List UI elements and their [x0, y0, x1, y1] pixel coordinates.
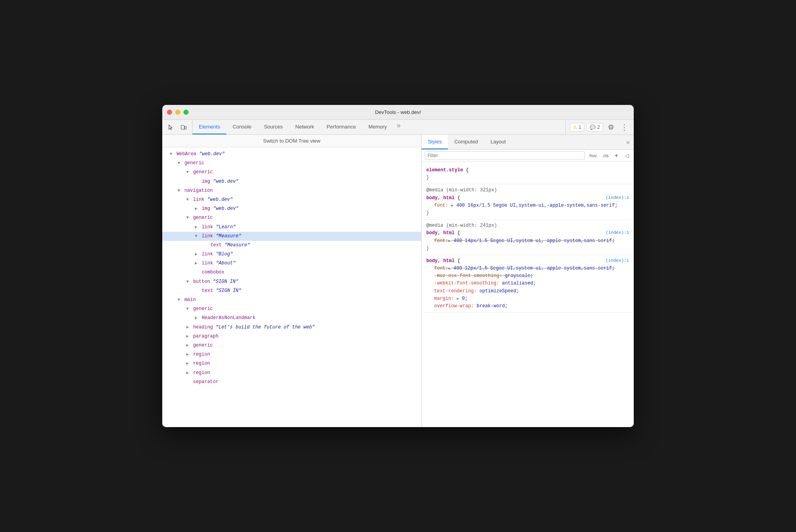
collapse-icon[interactable]: ◁ [623, 152, 631, 160]
tab-layout[interactable]: Layout [484, 135, 512, 149]
css-property-font-body: font:▶ 400 12px/1.5 Segoe UI,system-ui,-… [426, 265, 629, 272]
cls-button[interactable]: .cls [601, 152, 611, 159]
css-rule-body-html: body, html { (index):1 font:▶ 400 12px/1… [422, 255, 634, 313]
expand-arrow[interactable]: ▶ [193, 288, 199, 295]
expand-arrow[interactable]: ▶ [185, 324, 190, 331]
tab-performance[interactable]: Performance [320, 120, 362, 134]
more-tabs-icon[interactable]: » [622, 135, 634, 149]
kebab-menu-icon[interactable]: ⋮ [619, 122, 630, 133]
expand-arrow[interactable]: ▼ [168, 151, 174, 158]
expand-arrow[interactable]: ▶ [185, 342, 190, 349]
tree-row-webarea[interactable]: ▼ WebArea "web.dev" [162, 150, 421, 159]
expand-arrow[interactable]: ▼ [176, 160, 182, 167]
expand-arrow[interactable]: ▶ [193, 205, 199, 213]
tab-elements[interactable]: Elements [193, 120, 226, 134]
styles-filter-input[interactable] [425, 151, 585, 160]
expand-arrow[interactable]: ▶ [193, 178, 199, 185]
expand-arrow[interactable]: ▼ [176, 297, 182, 304]
tree-row-combobox[interactable]: ▶ combobox [162, 268, 421, 277]
tree-row-text-measure[interactable]: ▶ text "Measure" [162, 241, 421, 250]
svg-rect-0 [181, 125, 184, 129]
css-source-241[interactable]: (index):1 [606, 229, 629, 237]
tree-row-generic-1[interactable]: ▼ generic [162, 159, 421, 168]
tab-console[interactable]: Console [226, 120, 258, 134]
expand-arrow[interactable]: ▶ [193, 269, 199, 276]
maximize-button[interactable] [183, 110, 189, 115]
expand-arrow[interactable]: ▶ [193, 224, 199, 231]
tree-row-heading[interactable]: ▶ heading "Let's build the future of the… [162, 323, 421, 332]
css-source[interactable]: (index):1 [606, 194, 629, 202]
node-label: WebArea [176, 151, 199, 157]
tree-row-generic-nav[interactable]: ▼ generic [162, 213, 421, 222]
info-badge[interactable]: 💬 2 [587, 123, 603, 132]
expand-arrow[interactable]: ▶ [202, 242, 207, 249]
tree-row-paragraph[interactable]: ▶ paragraph [162, 332, 421, 341]
tree-row-text-signin[interactable]: ▶ text "SIGN IN" [162, 286, 421, 295]
media-query: @media (min-width: 321px) [426, 187, 497, 193]
warning-count: 1 [579, 125, 581, 130]
settings-icon[interactable]: ⚙ [605, 122, 616, 133]
tree-row-region-3[interactable]: ▶ region [162, 369, 421, 378]
expand-arrow[interactable]: ▶ [185, 370, 190, 377]
tab-network[interactable]: Network [289, 120, 321, 134]
node-name: "Blog" [216, 251, 233, 257]
node-label: link [202, 260, 216, 266]
node-label: combobox [202, 270, 224, 275]
tree-row-generic-main[interactable]: ▼ generic [162, 305, 421, 314]
tree-row-link-learn[interactable]: ▶ link "Learn" [162, 223, 421, 232]
expand-arrow[interactable]: ▼ [185, 279, 190, 286]
tree-row-region-1[interactable]: ▶ region [162, 350, 421, 359]
tree-row-img[interactable]: ▶ img "web.dev" [162, 177, 421, 186]
device-toolbar-icon[interactable] [178, 122, 189, 133]
tree-row-img-webdev[interactable]: ▶ img "web.dev" [162, 204, 421, 213]
expand-arrow[interactable]: ▶ [193, 315, 199, 322]
dom-panel-header[interactable]: Switch to DOM Tree view [162, 135, 421, 147]
hov-button[interactable]: :hov [587, 152, 598, 159]
tree-row-link-about[interactable]: ▶ link "About" [162, 259, 421, 268]
tree-row-generic-2[interactable]: ▼ generic [162, 168, 421, 177]
node-label: region [193, 370, 210, 376]
tab-styles[interactable]: Styles [422, 135, 448, 149]
node-label: paragraph [193, 334, 218, 339]
expand-arrow[interactable]: ▶ [193, 251, 199, 258]
tree-row-link-measure[interactable]: ▼ link "Measure" [162, 232, 421, 241]
node-name: "Let's build the future of the web" [216, 325, 315, 330]
tab-memory[interactable]: Memory [362, 120, 393, 134]
expand-arrow[interactable]: ▼ [185, 196, 190, 204]
css-property-font-241: font:▶ 400 14px/1.5 Segoe UI,system-ui,-… [426, 237, 629, 245]
tree-row-generic-main2[interactable]: ▶ generic [162, 341, 421, 350]
expand-arrow[interactable]: ▼ [193, 233, 199, 240]
warning-badge[interactable]: ⚠ 1 [570, 123, 585, 132]
tree-row-button-signin[interactable]: ▼ button "SIGN IN" [162, 277, 421, 286]
tree-row-separator[interactable]: ▶ separator [162, 378, 421, 387]
dom-tree[interactable]: ▼ WebArea "web.dev" ▼ generic ▼ generic [162, 147, 421, 427]
cursor-icon[interactable] [165, 122, 176, 133]
expand-arrow[interactable]: ▶ [193, 260, 199, 267]
main-content: Switch to DOM Tree view ▼ WebArea "web.d… [162, 135, 634, 427]
tree-row-link-blog[interactable]: ▶ link "Blog" [162, 250, 421, 259]
tab-computed[interactable]: Computed [448, 135, 484, 149]
tree-row-main[interactable]: ▼ main [162, 295, 421, 305]
tree-row-header[interactable]: ▶ HeaderAsNonLandmark [162, 314, 421, 323]
css-source-body[interactable]: (index):1 [606, 257, 629, 264]
expand-arrow[interactable]: ▼ [176, 187, 182, 194]
expand-arrow[interactable]: ▼ [185, 215, 190, 222]
css-selector-body: body, html { [426, 258, 460, 264]
expand-arrow[interactable]: ▼ [185, 169, 190, 176]
more-tabs-icon[interactable]: » [393, 120, 404, 131]
expand-arrow[interactable]: ▶ [185, 351, 190, 358]
expand-arrow[interactable]: ▼ [185, 306, 190, 313]
info-icon: 💬 [590, 125, 596, 130]
tree-row-link-webdev[interactable]: ▼ link "web.dev" [162, 195, 421, 204]
minimize-button[interactable] [175, 110, 180, 115]
expand-arrow[interactable]: ▶ [185, 379, 190, 386]
expand-arrow[interactable]: ▶ [185, 360, 190, 367]
node-label: region [193, 361, 210, 366]
tab-sources[interactable]: Sources [258, 120, 289, 134]
expand-arrow[interactable]: ▶ [185, 333, 190, 340]
close-button[interactable] [167, 110, 172, 115]
tree-row-region-2[interactable]: ▶ region [162, 359, 421, 368]
tree-row-navigation[interactable]: ▼ navigation [162, 186, 421, 195]
add-style-icon[interactable]: + [613, 152, 620, 160]
node-label: generic [193, 169, 213, 175]
